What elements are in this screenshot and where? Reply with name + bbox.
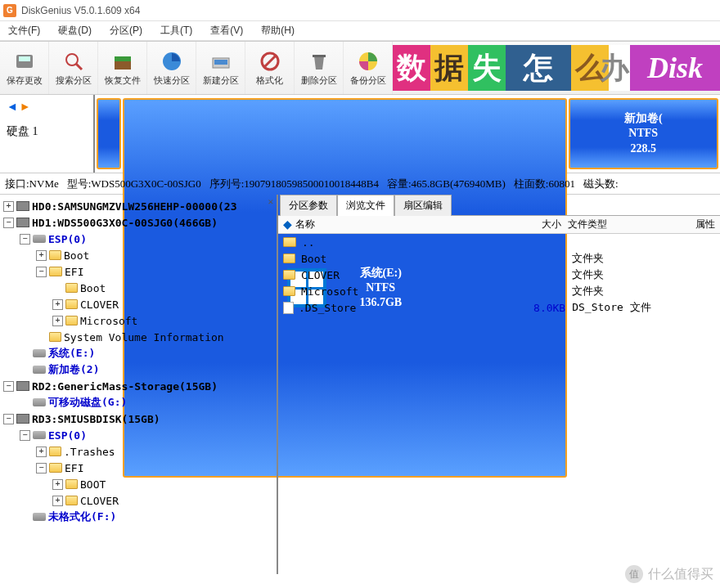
backup-icon <box>357 50 380 73</box>
tree-label: 系统(E:) <box>48 346 95 361</box>
svg-rect-8 <box>214 60 227 65</box>
search-button[interactable]: 搜索分区 <box>49 42 98 94</box>
disk-icon <box>16 218 29 227</box>
tree-row[interactable]: +Boot <box>0 247 275 263</box>
tree-row[interactable]: +CLOVER <box>0 492 275 509</box>
tree-row[interactable]: 未格式化(F:) <box>0 509 275 525</box>
tree-row[interactable]: +.Trashes <box>0 443 275 460</box>
file-row[interactable]: CLOVER文件夹 <box>278 267 720 283</box>
tree-label: CLOVER <box>80 495 119 507</box>
svg-line-10 <box>264 56 276 67</box>
file-list-header: ◆名称 大小 文件类型 属性 <box>278 216 720 234</box>
tree-label: RD2:GenericMass-Storage(15GB) <box>32 380 218 393</box>
tab-0[interactable]: 分区参数 <box>280 195 337 216</box>
tree-row[interactable]: −ESP(0) <box>0 427 275 443</box>
partition-icon <box>33 235 46 243</box>
partition-esp[interactable] <box>97 98 121 169</box>
file-name: CLOVER <box>301 269 340 281</box>
prev-disk-icon[interactable]: ◄ <box>7 100 18 113</box>
delete-button[interactable]: 删除分区 <box>295 42 344 94</box>
new-button[interactable]: 新建分区 <box>196 42 245 94</box>
tree-toggle[interactable]: − <box>3 218 14 228</box>
partition-icon <box>33 513 46 521</box>
tree-row[interactable]: 系统(E:) <box>0 345 275 361</box>
main-area: ✕ +HD0:SAMSUNGMZVLW256HEHP-00000(23−HD1:… <box>0 195 720 574</box>
col-size[interactable]: 大小 <box>511 218 568 231</box>
tree-label: ESP(0) <box>48 429 87 442</box>
ad-banner[interactable]: 数据失怎么办!Disk <box>393 42 720 94</box>
tree-toggle[interactable]: − <box>3 381 14 392</box>
svg-rect-1 <box>19 56 30 61</box>
recover-icon <box>111 50 134 73</box>
svg-rect-4 <box>115 61 131 70</box>
file-row[interactable]: Microsoft文件夹 <box>278 283 720 299</box>
file-row[interactable]: Boot文件夹 <box>278 250 720 267</box>
menu-2[interactable]: 分区(P) <box>106 22 146 39</box>
next-disk-icon[interactable]: ► <box>20 100 31 113</box>
menu-5[interactable]: 帮助(H) <box>258 22 298 39</box>
tool-label: 搜索分区 <box>56 74 92 87</box>
svg-rect-5 <box>115 56 131 61</box>
toolbar: 保存更改搜索分区恢复文件快速分区新建分区格式化删除分区备份分区数据失怎么办!Di… <box>0 41 720 95</box>
window-title: DiskGenius V5.0.1.609 x64 <box>21 5 140 16</box>
banner-seg: 据 <box>430 45 468 91</box>
menu-1[interactable]: 硬盘(D) <box>55 22 95 39</box>
tree-row[interactable]: −RD2:GenericMass-Storage(15GB) <box>0 378 275 394</box>
tree-toggle[interactable]: − <box>36 267 47 277</box>
tree-toggle[interactable]: + <box>52 299 63 310</box>
tree-toggle[interactable]: + <box>52 316 63 326</box>
right-pane: 分区参数浏览文件扇区编辑 ◆名称 大小 文件类型 属性 ..Boot文件夹CLO… <box>278 195 720 574</box>
format-button[interactable]: 格式化 <box>245 42 295 94</box>
watermark: 值 什么值得买 <box>625 565 713 583</box>
disk-map: ◄ ► 硬盘 1 系统(E:) NTFS 136.7GB 新加卷( NTFS 2… <box>0 95 720 173</box>
backup-button[interactable]: 备份分区 <box>344 42 393 94</box>
tree-label: 可移动磁盘(G:) <box>48 395 127 410</box>
tree-row[interactable]: Boot <box>0 280 275 296</box>
tree-toggle[interactable]: − <box>20 234 30 245</box>
quick-button[interactable]: 快速分区 <box>147 42 196 94</box>
partition-newvol[interactable]: 新加卷( NTFS 228.5 <box>569 98 719 169</box>
save-button[interactable]: 保存更改 <box>0 42 49 94</box>
capacity: 容量:465.8GB(476940MB) <box>387 177 506 191</box>
tree-toggle[interactable]: + <box>36 447 47 457</box>
tree-toggle[interactable]: + <box>3 201 14 212</box>
col-type[interactable]: 文件类型 <box>568 218 658 231</box>
tree-row[interactable]: −HD1:WDS500G3X0C-00SJG0(466GB) <box>0 214 275 231</box>
tree-row[interactable]: −EFI <box>0 460 275 476</box>
col-name[interactable]: 名称 <box>295 218 315 231</box>
file-row[interactable]: .. <box>278 234 720 250</box>
partition-icon <box>33 398 46 406</box>
folder-icon <box>65 283 78 293</box>
tree-toggle[interactable]: − <box>20 430 30 441</box>
tree-toggle[interactable]: + <box>52 496 63 506</box>
tree-row[interactable]: System Volume Information <box>0 329 275 345</box>
tree-row[interactable]: +HD0:SAMSUNGMZVLW256HEHP-00000(23 <box>0 198 275 214</box>
recover-button[interactable]: 恢复文件 <box>98 42 147 94</box>
menu-3[interactable]: 工具(T) <box>157 22 196 39</box>
tree-row[interactable]: +CLOVER <box>0 296 275 312</box>
banner-seg: Disk <box>630 45 720 91</box>
folder-icon <box>65 316 78 325</box>
tree-row[interactable]: +BOOT <box>0 476 275 492</box>
tree-row[interactable]: −ESP(0) <box>0 231 275 247</box>
file-row[interactable]: .DS_Store8.0KBDS_Store 文件 <box>278 299 720 316</box>
menu-0[interactable]: 文件(F) <box>5 22 43 39</box>
tree-toggle[interactable]: + <box>36 250 47 261</box>
tab-2[interactable]: 扇区编辑 <box>394 195 452 216</box>
close-icon[interactable]: ✕ <box>268 196 273 207</box>
tree-toggle[interactable]: + <box>52 479 63 490</box>
menu-4[interactable]: 查看(V) <box>207 22 246 39</box>
format-icon <box>259 50 281 73</box>
up-arrow-icon[interactable]: ◆ <box>283 218 292 231</box>
folder-icon <box>283 286 295 296</box>
tree-row[interactable]: +Microsoft <box>0 312 275 329</box>
tree-label: HD0:SAMSUNGMZVLW256HEHP-00000(23 <box>32 200 236 213</box>
tree-row[interactable]: −RD3:SMIUSBDISK(15GB) <box>0 411 275 427</box>
tree-row[interactable]: −EFI <box>0 263 275 280</box>
tree-row[interactable]: 新加卷(2) <box>0 361 275 378</box>
tree-row[interactable]: 可移动磁盘(G:) <box>0 394 275 411</box>
tab-1[interactable]: 浏览文件 <box>337 195 394 216</box>
tree-toggle[interactable]: − <box>36 463 47 474</box>
col-attr[interactable]: 属性 <box>658 218 720 231</box>
tree-toggle[interactable]: − <box>3 414 14 424</box>
